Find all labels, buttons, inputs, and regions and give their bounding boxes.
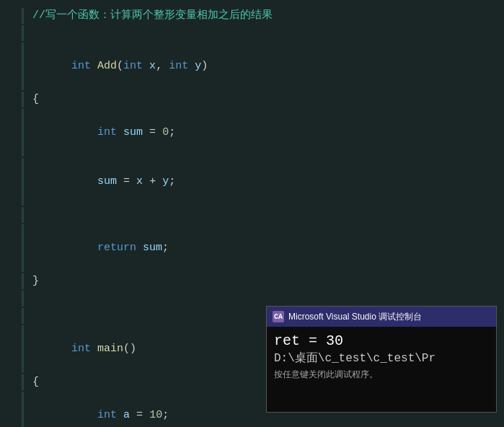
code-editor: //写一个函数：计算两个整形变量相加之后的结果 int Add(int x, i…: [0, 0, 504, 427]
console-app-icon: CA: [273, 311, 284, 322]
line-bar: [22, 8, 24, 24]
code-line-sum-decl: int sum = 0;: [0, 108, 504, 157]
code-line-blank2: [0, 206, 504, 224]
code-line-brace-open: {: [0, 91, 504, 108]
code-line-sum-assign: sum = x + y;: [0, 157, 504, 206]
console-output-note: 按任意键关闭此调试程序。: [274, 369, 489, 381]
code-line-blank: [0, 25, 504, 42]
code-line-comment: //写一个函数：计算两个整形变量相加之后的结果: [0, 7, 504, 25]
code-line-brace-close: }: [0, 273, 504, 290]
console-window[interactable]: CA Microsoft Visual Studio 调试控制台 ret = 3…: [266, 306, 497, 413]
code-line-add-signature: int Add(int x, int y): [0, 42, 504, 91]
console-title: Microsoft Visual Studio 调试控制台: [288, 311, 422, 323]
console-output-path: D:\桌面\c_test\c_test\Pr: [274, 350, 489, 367]
console-body: ret = 30 D:\桌面\c_test\c_test\Pr 按任意键关闭此调…: [267, 327, 496, 412]
code-line-return-sum: return sum;: [0, 224, 504, 273]
code-line-blank3: [0, 290, 504, 307]
console-titlebar: CA Microsoft Visual Studio 调试控制台: [267, 307, 496, 327]
console-output-ret: ret = 30: [274, 333, 489, 350]
code-comment: //写一个函数：计算两个整形变量相加之后的结果: [32, 8, 497, 24]
